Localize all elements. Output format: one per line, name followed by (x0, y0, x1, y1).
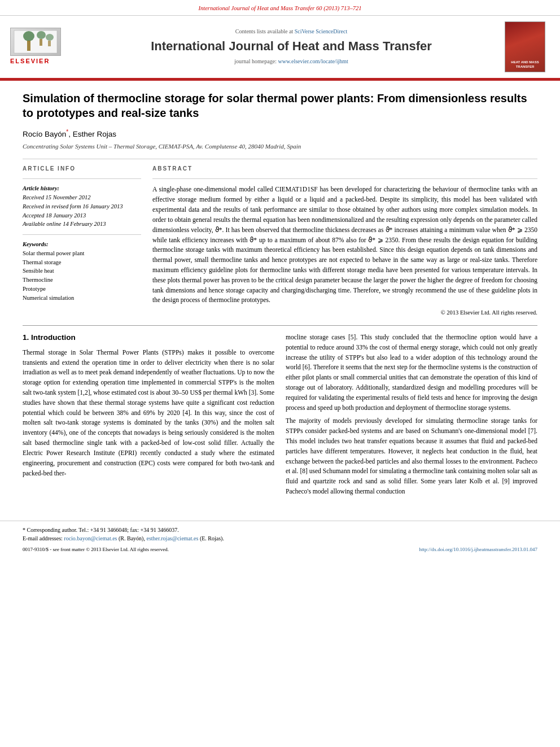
affiliation: Concentrating Solar Systems Unit – Therm… (23, 142, 537, 151)
article-info-column: ARTICLE INFO Article history: Received 1… (23, 165, 141, 317)
elsevier-logo: ELSEVIER (10, 28, 78, 65)
svg-point-1 (23, 31, 34, 41)
footer: * Corresponding author. Tel.: +34 91 346… (0, 521, 560, 558)
elsevier-logo-image (10, 28, 61, 56)
keyword-1: Solar thermal power plant (23, 249, 141, 258)
email-link-1[interactable]: rocio.bayon@ciemat.es (64, 535, 117, 541)
main-content: Simulation of thermocline storage for so… (0, 81, 560, 512)
keyword-5: Prototype (23, 285, 141, 294)
history-item-1: Received 15 November 2012 (23, 193, 141, 202)
body-two-col: 1. Introduction Thermal storage in Solar… (23, 333, 537, 500)
journal-header-center: Contents lists available at SciVerse Sci… (78, 28, 505, 65)
keyword-6: Numerical simulation (23, 294, 141, 303)
svg-point-5 (46, 34, 54, 41)
svg-point-3 (37, 31, 46, 39)
history-item-2: Received in revised form 16 January 2013 (23, 202, 141, 211)
journal-header-right: HEAT AND MASSTRANSFER (505, 21, 550, 72)
history-label: Article history: (23, 185, 141, 193)
intro-para-right-2: The majority of models previously develo… (286, 416, 537, 497)
svg-rect-4 (40, 39, 42, 46)
top-bar: International Journal of Heat and Mass T… (0, 0, 560, 16)
abstract-paragraph: A single-phase one-dimensional model cal… (152, 185, 537, 305)
bottom-separator-rule (23, 325, 537, 326)
email-link-2[interactable]: esther.rojas@ciemat.es (146, 535, 198, 541)
corresponding-author-note: * Corresponding author. Tel.: +34 91 346… (23, 526, 537, 534)
keywords-rule (23, 234, 141, 235)
sciverse-link[interactable]: SciVerse ScienceDirect (295, 28, 348, 34)
article-info-abstract-row: ARTICLE INFO Article history: Received 1… (23, 165, 537, 317)
abstract-text: A single-phase one-dimensional model cal… (152, 185, 537, 305)
authors: Rocío Bayón*, Esther Rojas (23, 128, 537, 140)
article-info-rule (23, 178, 141, 179)
footer-doi: http://dx.doi.org/10.1016/j.ijheatmasstr… (419, 546, 537, 553)
svg-rect-2 (27, 41, 30, 51)
author-names: Rocío Bayón*, Esther Rojas (23, 130, 116, 138)
article-history: Article history: Received 15 November 20… (23, 185, 141, 229)
keyword-2: Thermal storage (23, 258, 141, 267)
journal-header: ELSEVIER Contents lists available at Sci… (0, 16, 560, 79)
email-text: E-mail addresses: rocio.bayon@ciemat.es … (23, 535, 224, 541)
journal-homepage-link[interactable]: www.elsevier.com/locate/ijhmt (278, 58, 348, 64)
journal-title-header: International Journal of Heat and Mass T… (84, 38, 499, 55)
journal-cover-image: HEAT AND MASSTRANSFER (505, 21, 545, 72)
email-note: E-mail addresses: rocio.bayon@ciemat.es … (23, 534, 537, 543)
history-item-4: Available online 14 February 2013 (23, 220, 141, 229)
doi-link[interactable]: http://dx.doi.org/10.1016/j.ijheatmasstr… (419, 547, 537, 552)
journal-homepage: journal homepage: www.elsevier.com/locat… (84, 58, 499, 65)
keywords-label: Keywords: (23, 241, 141, 249)
keyword-4: Thermocline (23, 276, 141, 285)
body-text-right: mocline storage cases [5]. This study co… (286, 333, 537, 497)
introduction-heading: 1. Introduction (23, 333, 274, 343)
journal-reference: International Journal of Heat and Mass T… (198, 5, 361, 11)
abstract-label: ABSTRACT (152, 165, 537, 173)
journal-header-left: ELSEVIER (10, 28, 78, 65)
svg-rect-6 (48, 41, 51, 46)
copyright-line: © 2013 Elsevier Ltd. All rights reserved… (152, 309, 537, 317)
elsevier-wordmark: ELSEVIER (10, 57, 50, 65)
article-info-label: ARTICLE INFO (23, 165, 141, 173)
abstract-column: ABSTRACT A single-phase one-dimensional … (152, 165, 537, 317)
sciverse-line: Contents lists available at SciVerse Sci… (84, 28, 499, 36)
body-right-col: mocline storage cases [5]. This study co… (286, 333, 537, 500)
footer-bottom: 0017-9310/$ - see front matter © 2013 El… (23, 546, 537, 553)
keyword-3: Sensible heat (23, 267, 141, 276)
intro-para-left: Thermal storage in Solar Thermal Power P… (23, 348, 274, 479)
body-text-left: Thermal storage in Solar Thermal Power P… (23, 348, 274, 479)
history-item-3: Accepted 18 January 2013 (23, 211, 141, 220)
separator-rule-1 (23, 159, 537, 159)
article-title: Simulation of thermocline storage for so… (23, 91, 537, 120)
page-wrapper: International Journal of Heat and Mass T… (0, 0, 560, 558)
keywords-section: Keywords: Solar thermal power plant Ther… (23, 241, 141, 302)
intro-para-right-1: mocline storage cases [5]. This study co… (286, 333, 537, 413)
journal-cover-text: HEAT AND MASSTRANSFER (511, 60, 539, 69)
footer-issn: 0017-9310/$ - see front matter © 2013 El… (23, 546, 169, 553)
corresponding-author-text: * Corresponding author. Tel.: +34 91 346… (23, 527, 179, 533)
abstract-rule (152, 178, 537, 179)
body-left-col: 1. Introduction Thermal storage in Solar… (23, 333, 274, 500)
